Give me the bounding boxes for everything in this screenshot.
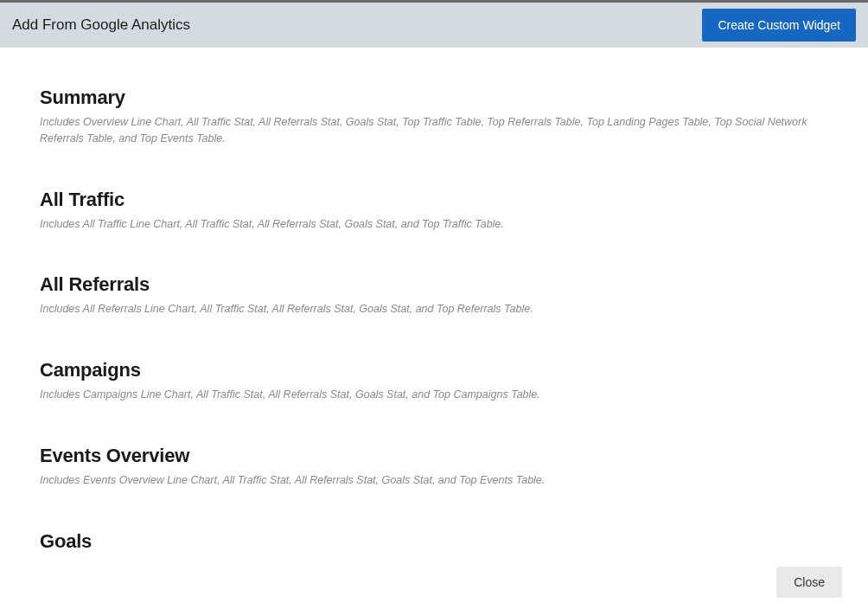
dialog-footer: Close <box>0 555 868 609</box>
create-custom-widget-button[interactable]: Create Custom Widget <box>702 9 856 42</box>
widget-option-title: Summary <box>40 87 840 109</box>
widget-list-scroll[interactable]: Summary Includes Overview Line Chart, Al… <box>0 48 858 555</box>
widget-option-all-traffic[interactable]: All Traffic Includes All Traffic Line Ch… <box>40 189 858 233</box>
widget-option-title: Goals <box>40 530 840 553</box>
widget-option-desc: Includes All Referrals Line Chart, All T… <box>40 301 818 317</box>
content-wrapper: Summary Includes Overview Line Chart, Al… <box>0 48 868 555</box>
dialog-title: Add From Google Analytics <box>12 16 190 34</box>
widget-option-summary[interactable]: Summary Includes Overview Line Chart, Al… <box>40 87 858 147</box>
widget-option-title: Campaigns <box>40 359 840 381</box>
widget-option-desc: Includes Events Overview Line Chart, All… <box>40 472 818 489</box>
dialog-header: Add From Google Analytics Create Custom … <box>0 0 868 48</box>
widget-option-title: Events Overview <box>40 445 840 467</box>
widget-option-events-overview[interactable]: Events Overview Includes Events Overview… <box>40 445 858 489</box>
widget-option-title: All Referrals <box>40 273 840 296</box>
widget-option-all-referrals[interactable]: All Referrals Includes All Referrals Lin… <box>40 273 858 317</box>
widget-option-desc: Includes Campaigns Line Chart, All Traff… <box>40 387 818 403</box>
widget-option-desc: Includes All Traffic Line Chart, All Tra… <box>40 216 818 233</box>
widget-option-title: All Traffic <box>40 189 840 211</box>
widget-option-goals[interactable]: Goals Includes Goals Line Chart, Goals S… <box>40 530 858 555</box>
close-button[interactable]: Close <box>776 567 842 598</box>
widget-option-desc: Includes Overview Line Chart, All Traffi… <box>40 114 818 147</box>
widget-option-campaigns[interactable]: Campaigns Includes Campaigns Line Chart,… <box>40 359 858 403</box>
